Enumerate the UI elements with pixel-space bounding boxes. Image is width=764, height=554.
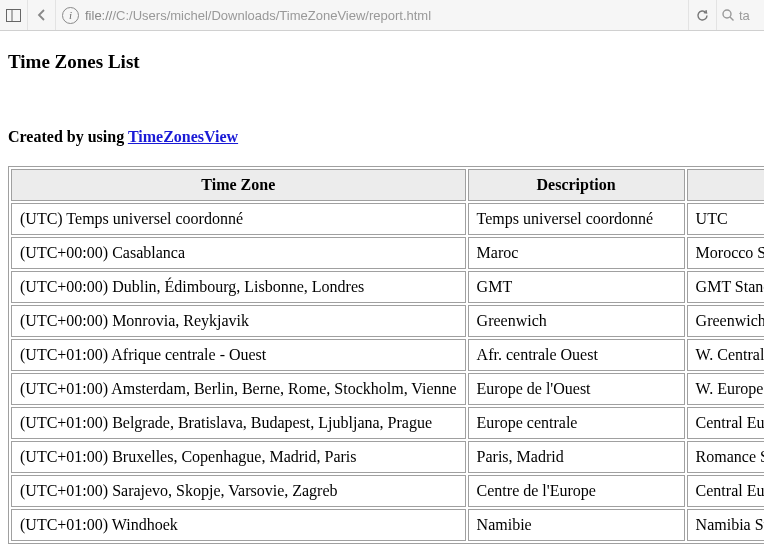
svg-line-3 [730, 17, 734, 21]
search-icon [721, 8, 735, 22]
cell-timezone: (UTC+01:00) Windhoek [11, 509, 466, 541]
svg-point-2 [723, 10, 731, 18]
cell-description: Afr. centrale Ouest [468, 339, 685, 371]
created-by: Created by using TimeZonesView [8, 128, 764, 146]
cell-description: Temps universel coordonné [468, 203, 685, 235]
search-box[interactable]: ta [716, 0, 764, 30]
svg-rect-0 [7, 9, 21, 21]
back-button[interactable] [28, 0, 56, 30]
page-title: Time Zones List [8, 51, 764, 73]
info-icon[interactable]: i [62, 7, 79, 24]
cell-timezone: (UTC+01:00) Bruxelles, Copenhague, Madri… [11, 441, 466, 473]
table-row: (UTC+01:00) Bruxelles, Copenhague, Madri… [11, 441, 764, 473]
table-row: (UTC+00:00) CasablancaMarocMorocco St [11, 237, 764, 269]
reload-button[interactable] [688, 0, 716, 30]
col-timezone: Time Zone [11, 169, 466, 201]
cell-timezone: (UTC+01:00) Amsterdam, Berlin, Berne, Ro… [11, 373, 466, 405]
table-row: (UTC) Temps universel coordonnéTemps uni… [11, 203, 764, 235]
address-bar[interactable]: i file:///C:/Users/michel/Downloads/Time… [56, 0, 688, 30]
table-row: (UTC+01:00) Belgrade, Bratislava, Budape… [11, 407, 764, 439]
col-description: Description [468, 169, 685, 201]
table-row: (UTC+00:00) Monrovia, ReykjavikGreenwich… [11, 305, 764, 337]
browser-toolbar: i file:///C:/Users/michel/Downloads/Time… [0, 0, 764, 31]
page-viewport: Time Zones List Created by using TimeZon… [0, 31, 764, 554]
cell-timezone: (UTC+01:00) Sarajevo, Skopje, Varsovie, … [11, 475, 466, 507]
url-text: file:///C:/Users/michel/Downloads/TimeZo… [85, 8, 431, 23]
table-row: (UTC+01:00) Sarajevo, Skopje, Varsovie, … [11, 475, 764, 507]
cell-timezone: (UTC+01:00) Belgrade, Bratislava, Budape… [11, 407, 466, 439]
cell-registry: Central Euro [687, 475, 764, 507]
cell-timezone: (UTC+00:00) Dublin, Édimbourg, Lisbonne,… [11, 271, 466, 303]
search-text: ta [739, 8, 750, 23]
cell-timezone: (UTC+00:00) Casablanca [11, 237, 466, 269]
table-row: (UTC+01:00) WindhoekNamibieNamibia Sta [11, 509, 764, 541]
cell-registry: W. Central A [687, 339, 764, 371]
cell-description: GMT [468, 271, 685, 303]
table-header-row: Time Zone Description Re [11, 169, 764, 201]
table-row: (UTC+01:00) Amsterdam, Berlin, Berne, Ro… [11, 373, 764, 405]
table-row: (UTC+00:00) Dublin, Édimbourg, Lisbonne,… [11, 271, 764, 303]
table-row: (UTC+01:00) Afrique centrale - OuestAfr.… [11, 339, 764, 371]
col-registry: Re [687, 169, 764, 201]
cell-registry: Morocco St [687, 237, 764, 269]
cell-registry: Greenwich S [687, 305, 764, 337]
cell-registry: GMT Standa [687, 271, 764, 303]
cell-timezone: (UTC) Temps universel coordonné [11, 203, 466, 235]
cell-timezone: (UTC+01:00) Afrique centrale - Ouest [11, 339, 466, 371]
cell-description: Paris, Madrid [468, 441, 685, 473]
sidebar-toggle-button[interactable] [0, 0, 28, 30]
cell-description: Europe centrale [468, 407, 685, 439]
cell-description: Namibie [468, 509, 685, 541]
timezone-table: Time Zone Description Re (UTC) Temps uni… [8, 166, 764, 544]
cell-registry: UTC [687, 203, 764, 235]
timezonesview-link[interactable]: TimeZonesView [128, 128, 238, 145]
cell-registry: Romance St [687, 441, 764, 473]
cell-registry: Central Euro [687, 407, 764, 439]
cell-description: Greenwich [468, 305, 685, 337]
cell-description: Centre de l'Europe [468, 475, 685, 507]
cell-description: Maroc [468, 237, 685, 269]
cell-registry: W. Europe S [687, 373, 764, 405]
cell-registry: Namibia Sta [687, 509, 764, 541]
cell-timezone: (UTC+00:00) Monrovia, Reykjavik [11, 305, 466, 337]
cell-description: Europe de l'Ouest [468, 373, 685, 405]
